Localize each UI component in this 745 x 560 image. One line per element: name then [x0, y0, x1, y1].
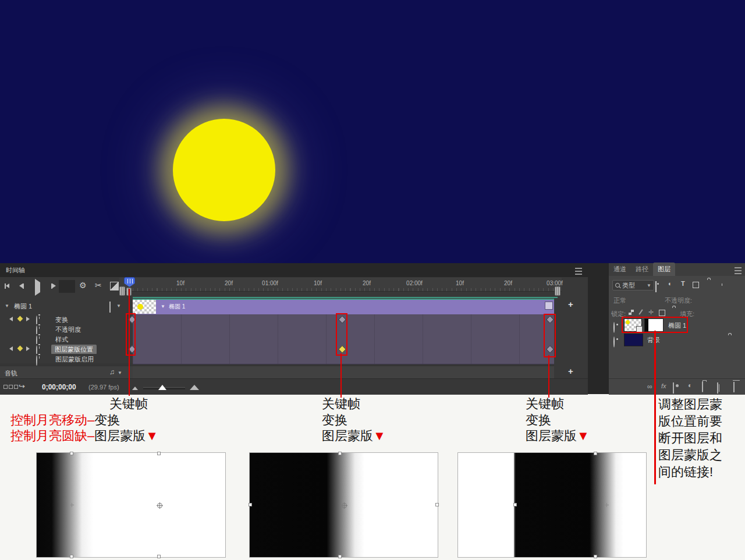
time-ruler[interactable]: 10f 20f 01:00f 10f 20f 02:00f 10f 20f 03…: [119, 278, 562, 292]
keyframe-toggle-diamond-icon[interactable]: [17, 316, 23, 322]
annotation-link-note-line: 断开图层和: [658, 430, 722, 446]
music-note-icon[interactable]: ♫: [109, 368, 115, 376]
transform-handle: [70, 555, 73, 558]
clip-bar[interactable]: ▼ 椭圆 1: [133, 299, 554, 315]
track-row-mask-position-label-cell: 图层蒙版位置: [0, 344, 133, 355]
layer-row-background[interactable]: 背景: [609, 332, 745, 347]
group-expand-chevron-icon[interactable]: ▼: [5, 303, 9, 309]
play-button[interactable]: [35, 282, 40, 293]
photoshop-screenshot: 时间轴 ⚙ ✂ 10f 20f 01:00f 10f 20f 02:00f 10…: [0, 0, 745, 560]
layers-tab[interactable]: 图层: [653, 263, 675, 276]
track-label-mask-position[interactable]: 图层蒙版位置: [51, 345, 97, 355]
group-layers-icon[interactable]: [702, 381, 703, 392]
timeline-tabbar: 时间轴: [0, 263, 588, 277]
track-row-opacity-label-cell: 不透明度: [0, 324, 133, 335]
annotation-mask-2: 图层蒙版▼: [322, 428, 386, 444]
add-mask-icon[interactable]: [673, 382, 674, 394]
panel-menu-icon[interactable]: [575, 268, 582, 275]
timeline-settings-gear-icon[interactable]: ⚙: [79, 281, 87, 290]
filter-image-icon[interactable]: [655, 281, 657, 292]
filter-type-icon[interactable]: T: [681, 280, 685, 287]
go-first-frame-button[interactable]: [5, 283, 9, 289]
ruler-label: 10f: [314, 280, 322, 286]
layer-filter-select[interactable]: 类型 ▼: [612, 280, 654, 290]
zoom-out-icon[interactable]: [132, 387, 138, 390]
layer-thumbnail[interactable]: [625, 334, 643, 346]
transform-handle: [338, 452, 342, 455]
next-keyframe-icon[interactable]: [26, 317, 30, 321]
annotation-transform-3: 变换: [526, 412, 551, 428]
split-clip-scissors-icon[interactable]: ✂: [95, 281, 102, 290]
work-area-start-handle[interactable]: [119, 286, 125, 296]
annotation-line-layers: [654, 331, 656, 484]
audio-track-label: 音轨: [5, 369, 17, 378]
track-label-opacity: 不透明度: [55, 325, 81, 334]
frame-mode-icon[interactable]: [3, 385, 18, 389]
eye-icon[interactable]: [613, 322, 615, 333]
annotation-keyframe-title-1: 关键帧: [109, 396, 148, 412]
work-area-end-handle[interactable]: [555, 286, 560, 296]
annotation-keyframe-title-2: 关键帧: [322, 396, 360, 412]
annotation-transform-line-1: 控制月亮移动–变换: [10, 412, 120, 428]
ruler-label: 10f: [176, 280, 185, 286]
video-track-filter-icon[interactable]: [109, 302, 111, 313]
layer-effects-icon[interactable]: fx: [661, 382, 666, 389]
render-arrow-icon[interactable]: ↪: [19, 382, 25, 391]
prev-frame-button[interactable]: [19, 283, 24, 289]
transition-icon[interactable]: [110, 282, 119, 290]
transform-handle: [338, 555, 342, 558]
clip-expand-chevron-icon[interactable]: ▼: [161, 304, 165, 309]
filter-shape-icon[interactable]: [693, 282, 699, 288]
channels-tab[interactable]: 通道: [609, 263, 631, 276]
transform-handle: [435, 503, 439, 506]
track-options-chevron-icon[interactable]: ▼: [116, 303, 121, 309]
panel-menu-icon[interactable]: [735, 267, 742, 274]
link-layers-icon[interactable]: ∞: [647, 382, 651, 391]
track-label-mask-enable: 图层蒙版启用: [55, 355, 94, 364]
lock-artboard-icon[interactable]: [659, 310, 665, 316]
lock-position-icon[interactable]: ✛: [648, 309, 654, 316]
moon-shape: [173, 119, 275, 221]
track-label-transform: 变换: [55, 316, 68, 324]
transform-handle: [594, 555, 597, 558]
next-frame-button[interactable]: [51, 283, 56, 289]
filter-adjustment-icon[interactable]: ◐: [668, 280, 672, 287]
lock-transparency-icon[interactable]: [629, 310, 634, 315]
timeline-tab[interactable]: 时间轴: [6, 266, 25, 275]
layer-filter-label: 类型: [622, 281, 635, 290]
delete-layer-icon[interactable]: [733, 382, 735, 392]
eye-icon[interactable]: [613, 336, 615, 348]
layer-name[interactable]: 背景: [647, 336, 660, 345]
transform-handle: [157, 452, 161, 455]
clip-start-thumbnail: [133, 300, 156, 314]
annotation-red-move: 控制月亮移动–: [10, 413, 94, 427]
clip-end-badge-icon[interactable]: [545, 302, 553, 310]
current-timecode[interactable]: 0;00;00;00: [42, 383, 76, 391]
adjustment-layer-icon[interactable]: ◐: [688, 381, 692, 389]
next-keyframe-icon[interactable]: [26, 346, 30, 351]
track-row-style-label-cell: 样式: [0, 334, 133, 345]
keyframe-toggle-diamond-icon[interactable]: [17, 346, 23, 352]
zoom-in-icon[interactable]: [190, 385, 199, 390]
audio-mute-button[interactable]: [59, 280, 75, 293]
layer-group-row: ▼ 椭圆 1 ▼: [0, 299, 133, 314]
new-layer-icon[interactable]: [717, 382, 718, 394]
add-video-track-button[interactable]: +: [568, 299, 573, 309]
audio-options-chevron-icon[interactable]: ▼: [118, 370, 122, 375]
annotation-mask-text: 图层蒙版: [526, 428, 577, 443]
stopwatch-icon[interactable]: [36, 355, 37, 366]
prev-keyframe-icon[interactable]: [9, 346, 13, 351]
annotation-rect-keyframes-right: [544, 314, 556, 357]
chevron-down-icon: ▼: [647, 283, 651, 288]
ruler-ticks: [133, 288, 562, 291]
ruler-label: 20f: [363, 280, 371, 286]
audio-track-lane[interactable]: [133, 366, 554, 379]
paths-tab[interactable]: 路径: [631, 263, 653, 276]
mask-preview-frame-1: [36, 452, 226, 558]
prev-keyframe-icon[interactable]: [9, 317, 13, 321]
zoom-slider-handle[interactable]: [158, 385, 166, 390]
lock-pixels-icon[interactable]: [638, 309, 643, 314]
blend-mode-select[interactable]: 正常: [613, 296, 626, 305]
annotation-mask-text: 图层蒙版: [322, 428, 373, 443]
add-audio-track-button[interactable]: +: [568, 366, 573, 376]
